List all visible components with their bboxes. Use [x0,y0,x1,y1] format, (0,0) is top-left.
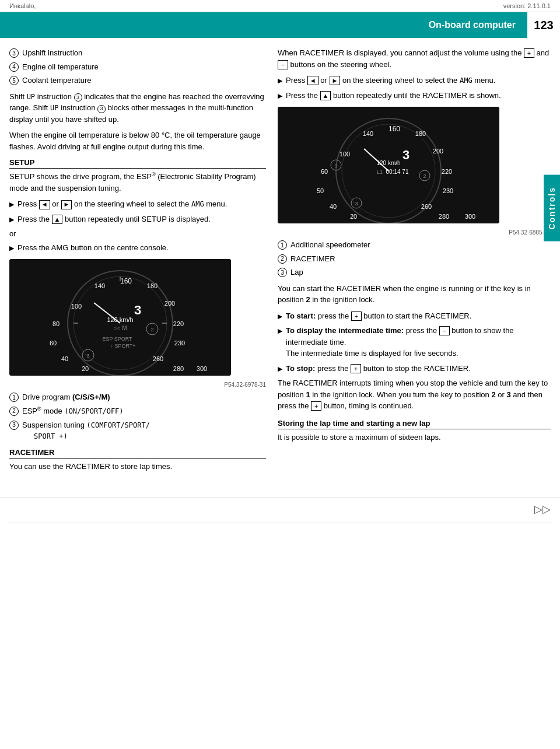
svg-text:180: 180 [415,130,426,137]
left-arrow-btn[interactable]: ◄ [307,76,318,85]
racetimer-items-list: 1 Additional speedometer 2 RACETIMER 3 L… [278,239,551,278]
setup-item-label-3: Suspension tuning (COMFORT/SPORT/SPORT +… [22,419,150,442]
svg-text:3: 3 [402,148,410,162]
list-item: 3 Upshift instruction [9,47,266,59]
plus-btn[interactable]: + [351,364,361,373]
svg-text:280: 280 [439,213,449,220]
svg-text:230: 230 [174,340,185,346]
cluster-image-setup: 100 140 160 180 200 220 230 80 60 40 20 … [9,259,231,376]
main-content: 3 Upshift instruction 4 Engine oil tempe… [0,38,560,486]
to-start-text: To start: press the + button to start th… [286,310,471,322]
racetimer-desc: You can use the RACETIMER to store lap t… [9,461,266,473]
para-interrupt: The RACETIMER interrupts timing when you… [278,377,551,412]
setup-items-list: 1 Drive program (C/S/S+/M) 2 ESP® mode (… [9,391,266,442]
or-label: or [9,228,266,240]
section-header: On-board computer 123 [0,12,560,38]
svg-text:40: 40 [330,203,337,210]
right-arrow-btn[interactable]: ► [61,200,72,209]
svg-text:60: 60 [50,340,57,346]
list-item: 3 Lap [278,267,551,278]
controls-sidebar-tab: Controls [544,175,560,242]
svg-text:40: 40 [61,355,68,362]
setup-bullet-2-text: Press the ▲ button repeatedly until SETU… [18,214,211,225]
plus-btn[interactable]: + [351,312,362,321]
setup-bullet-2: ▶ Press the ▲ button repeatedly until SE… [9,214,266,225]
list-item: 2 RACETIMER [278,253,551,265]
bullet-arrow-icon: ▶ [9,215,14,225]
top-bar-left: Инкаlаlо, [9,2,36,9]
svg-text:L1: L1 [377,169,383,175]
right-column: When RACETIMER is displayed, you cannot … [278,47,551,477]
section-title: On-board computer [429,20,516,30]
plus-btn[interactable]: + [524,48,534,58]
svg-text:3: 3 [134,303,141,317]
svg-text:100: 100 [71,303,82,310]
plus-btn[interactable]: + [311,401,321,411]
to-start-bullet: ▶ To start: press the + button to start … [278,310,551,322]
up-arrow-btn[interactable]: ▲ [52,215,63,224]
racetimer-title: RACETIMER [9,448,266,459]
item-label-4: Engine oil temperature [22,61,99,73]
bullet-arrow-icon: ▶ [278,91,282,102]
list-item: 4 Engine oil temperature [9,61,266,73]
setup-bullet-3: ▶ Press the AMG button on the centre con… [9,242,266,254]
setup-section: SETUP SETUP shows the drive program, the… [9,158,266,442]
svg-text:20: 20 [350,213,357,220]
rt-item-label-1: Additional speedometer [290,239,370,251]
bullet-arrow-icon: ▶ [278,364,282,374]
to-display-text: To display the intermediate time: press … [286,325,551,359]
svg-text:ESP  SPORT: ESP SPORT [102,336,132,342]
bullet-arrow-icon: ▶ [278,312,282,322]
svg-text:60: 60 [321,168,328,175]
svg-text:80: 80 [52,320,60,327]
setup-bullet-1-text: Press ◄ or ► on the steering wheel to se… [18,198,227,210]
top-bar-right: version: 2.11.0.1 [503,2,551,9]
svg-text:○○ M: ○○ M [113,325,127,331]
bullet-arrow-icon: ▶ [278,76,282,86]
svg-text:160: 160 [388,125,400,133]
rt-item-num-2: 2 [278,254,287,264]
svg-text:50: 50 [317,187,324,194]
top-items-list: 3 Upshift instruction 4 Engine oil tempe… [9,47,266,86]
svg-text:180: 180 [147,282,158,289]
svg-text:200: 200 [164,300,175,307]
setup-item-num-1: 1 [9,393,19,402]
item-num-4: 4 [9,62,19,72]
minus-btn[interactable]: − [439,326,450,335]
setup-item-num-3: 3 [9,421,19,430]
right-bullet-2-text: Press the ▲ button repeatedly until the … [286,90,501,102]
svg-text:280: 280 [173,365,184,372]
bullet-arrow-icon: ▶ [278,326,282,359]
cluster-caption-2: P54.32-6805-31 [278,229,551,236]
svg-text:3: 3 [86,353,89,359]
up-arrow-btn[interactable]: ▲ [320,91,331,100]
svg-text:160: 160 [120,277,132,285]
left-column: 3 Upshift instruction 4 Engine oil tempe… [9,47,266,477]
rt-item-label-2: RACETIMER [290,253,335,265]
para-start: You can start the RACETIMER when the eng… [278,283,551,306]
svg-text:120 km/h: 120 km/h [107,316,133,323]
right-arrow-btn[interactable]: ► [330,76,341,85]
svg-text:120 km/h: 120 km/h [376,160,400,166]
to-stop-text: To stop: press the + button to stop the … [286,363,471,374]
page-number: 123 [534,19,553,32]
setup-desc: SETUP shows the drive program, the ESP® … [9,171,266,194]
setup-bullet-1: ▶ Press ◄ or ► on the steering wheel to … [9,198,266,210]
bullet-arrow-icon: ▶ [9,243,14,254]
svg-text:3: 3 [355,201,358,206]
setup-item-label-1: Drive program (C/S/S+/M) [22,391,110,403]
svg-text:260: 260 [421,203,432,210]
svg-text:1: 1 [334,163,337,169]
minus-btn[interactable]: − [278,60,288,69]
left-arrow-btn[interactable]: ◄ [39,200,50,209]
para2: When the engine oil temperature is below… [9,130,266,152]
svg-text:2: 2 [423,173,426,179]
right-bullet-1-text: Press ◄ or ► on the steering wheel to se… [286,75,495,86]
setup-item-label-2: ESP® mode (ON/SPORT/OFF) [22,405,124,417]
svg-text:↑  SPORT+: ↑ SPORT+ [110,343,135,349]
svg-text:100: 100 [340,150,350,158]
svg-text:300: 300 [197,365,207,372]
svg-text:220: 220 [442,168,452,175]
forward-arrows-icon: ▷▷ [534,503,551,516]
para1: Shift UP instruction 3 indicates that th… [9,91,266,125]
